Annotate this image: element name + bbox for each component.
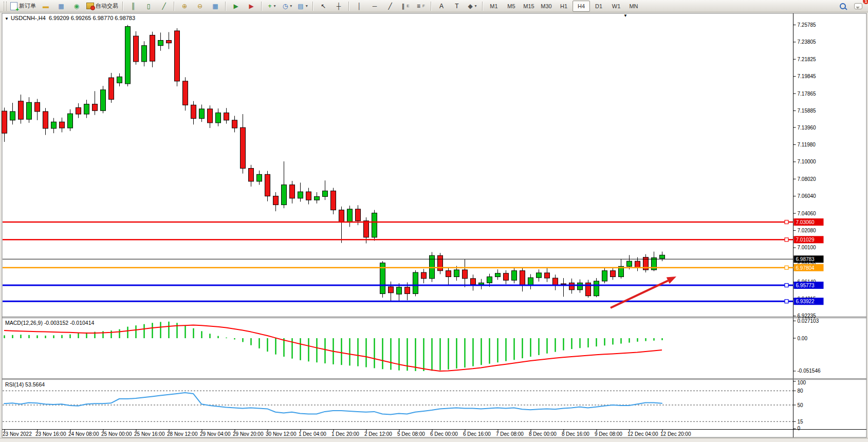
- line-chart-icon[interactable]: ╱: [156, 1, 172, 12]
- timeframe-h1[interactable]: H1: [555, 1, 572, 12]
- svg-text:25 Nov 16:00: 25 Nov 16:00: [134, 431, 165, 437]
- zoom-out-icon: ⊖: [197, 3, 202, 9]
- svg-text:12 Dec 20:00: 12 Dec 20:00: [660, 431, 691, 437]
- crosshair-icon[interactable]: ┼: [331, 1, 346, 12]
- svg-text:8 Dec 16:00: 8 Dec 16:00: [562, 431, 589, 437]
- candle-body: [446, 271, 451, 277]
- chat-icon: [854, 3, 862, 9]
- label-icon[interactable]: T: [449, 1, 465, 12]
- chart-window-icon[interactable]: ▦: [53, 1, 69, 12]
- candle-body: [265, 174, 270, 196]
- candle-body: [35, 102, 40, 112]
- tile-windows-icon[interactable]: ▦: [208, 1, 223, 12]
- svg-text:23 Nov 16:00: 23 Nov 16:00: [35, 431, 66, 437]
- timeframe-m1[interactable]: M1: [485, 1, 503, 12]
- bar-chart-icon[interactable]: ║: [125, 1, 141, 12]
- timeframe-m15[interactable]: M15: [520, 1, 538, 12]
- candle-body: [208, 109, 213, 123]
- new-chart-icon[interactable]: +▾: [264, 1, 280, 12]
- fibonacci-icon[interactable]: ≡F: [413, 1, 429, 12]
- timeframe-m30[interactable]: M30: [538, 1, 555, 12]
- svg-text:7.17865: 7.17865: [798, 91, 817, 97]
- fibonacci-icon-tag: F: [422, 4, 425, 8]
- svg-text:5 Dec 08:00: 5 Dec 08:00: [397, 431, 425, 437]
- new-order-button[interactable]: 新订单: [8, 1, 38, 12]
- cursor-icon[interactable]: ↖: [316, 1, 331, 12]
- candle-body: [43, 112, 48, 128]
- new-order-button-label: 新订单: [19, 2, 36, 10]
- candle-body: [51, 122, 57, 128]
- template-icon[interactable]: ▤▾: [295, 1, 310, 12]
- time-axis[interactable]: 23 Nov 202223 Nov 16:0024 Nov 08:0025 No…: [3, 430, 691, 437]
- horizontal-line-icon[interactable]: ─: [367, 1, 382, 12]
- timeframe-d1[interactable]: D1: [590, 1, 607, 12]
- tile-windows-icon: ▦: [212, 3, 218, 9]
- candle-body: [282, 185, 287, 205]
- timeframe-h4[interactable]: H4: [572, 1, 590, 12]
- candle-body: [635, 261, 640, 268]
- vertical-line-icon[interactable]: │: [352, 1, 367, 12]
- chart-window[interactable]: 7.257857.238057.218257.198457.178657.158…: [0, 12, 868, 438]
- candle-body: [68, 114, 73, 128]
- candle-body: [216, 113, 221, 122]
- candle-body: [372, 213, 377, 237]
- svg-text:7 Dec 08:00: 7 Dec 08:00: [496, 431, 524, 437]
- candle-body: [191, 105, 196, 118]
- chart-collapse-icon[interactable]: ▼: [5, 16, 9, 21]
- trendline-icon[interactable]: ╱: [382, 1, 398, 12]
- candle-body: [84, 104, 89, 114]
- svg-text:28 Nov 12:00: 28 Nov 12:00: [167, 431, 198, 437]
- timeframe-mn[interactable]: MN: [625, 1, 642, 12]
- search-icon: [840, 3, 846, 9]
- zoom-in-icon[interactable]: ⊕: [177, 1, 192, 12]
- svg-text:7.11980: 7.11980: [798, 142, 816, 148]
- arrows-icon[interactable]: ◆▾: [465, 1, 480, 12]
- status-bar: [0, 438, 868, 442]
- zoom-out-icon[interactable]: ⊖: [192, 1, 208, 12]
- candle-body: [495, 273, 501, 277]
- text-icon[interactable]: A: [434, 1, 449, 12]
- svg-text:12 Dec 04:00: 12 Dec 04:00: [627, 431, 658, 437]
- chart-shift-icon: ▶: [249, 3, 253, 9]
- channel-icon[interactable]: ∥E: [398, 1, 413, 12]
- candle-body: [175, 31, 180, 81]
- autoscroll-icon[interactable]: ▶: [228, 1, 244, 12]
- toolbar-separator: [122, 2, 123, 11]
- text-icon: A: [439, 3, 444, 9]
- timeframe-m5[interactable]: M5: [503, 1, 520, 12]
- candle-body: [471, 279, 476, 285]
- chart-shift-icon[interactable]: ▶: [244, 1, 259, 12]
- candle-body: [167, 41, 172, 43]
- template-icon: ▤: [298, 3, 303, 9]
- zoom-in-icon: ⊕: [182, 3, 187, 9]
- candle-body: [290, 185, 295, 198]
- svg-text:15: 15: [798, 419, 804, 425]
- svg-text:0.00: 0.00: [798, 336, 808, 341]
- candle-body: [504, 273, 509, 281]
- trendline-icon: ╱: [388, 3, 392, 9]
- search-button[interactable]: [835, 1, 851, 12]
- toolbar-separator: [225, 2, 226, 11]
- chat-button[interactable]: 1: [851, 1, 866, 12]
- candle-body: [520, 271, 525, 286]
- period-icon[interactable]: ◷▾: [280, 1, 295, 12]
- candle-body: [356, 209, 361, 221]
- chart-canvas[interactable]: 7.257857.238057.218257.198457.178657.158…: [0, 12, 868, 438]
- candle-body: [594, 281, 599, 296]
- toolbar-grip: [4, 2, 7, 11]
- svg-text:7.10000: 7.10000: [798, 159, 817, 164]
- candle-body: [76, 107, 81, 114]
- autotrading-button[interactable]: 自动交易: [84, 1, 120, 12]
- channel-icon-tag: E: [407, 4, 409, 8]
- chart-title-symbol: USDCNH-,H4: [11, 15, 46, 21]
- timeframe-w1[interactable]: W1: [607, 1, 625, 12]
- chart-shift-marker-icon[interactable]: ▼: [623, 13, 627, 18]
- svg-text:2 Dec 12:00: 2 Dec 12:00: [364, 431, 392, 437]
- candlestick-icon[interactable]: ▯: [141, 1, 156, 12]
- candle-body: [199, 109, 205, 119]
- svg-text:8 Dec 00:00: 8 Dec 00:00: [529, 431, 557, 437]
- svg-text:29 Nov 04:00: 29 Nov 04:00: [200, 431, 231, 437]
- signals-icon[interactable]: ◉: [69, 1, 84, 12]
- fibonacci-icon: ≡: [417, 3, 420, 9]
- gold-bar-icon[interactable]: ▬: [38, 1, 53, 12]
